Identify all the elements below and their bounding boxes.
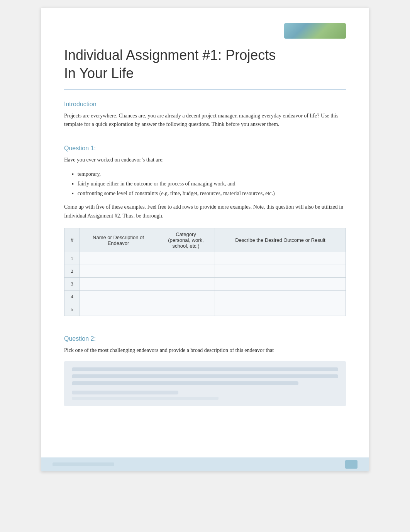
footer-text xyxy=(53,462,114,466)
bullet-icon: ■ xyxy=(72,191,74,196)
question1-heading: Question 1: xyxy=(64,145,346,152)
row-name[interactable] xyxy=(80,303,157,316)
col-header-num: # xyxy=(64,228,80,252)
list-item: ■ temporary, xyxy=(72,169,346,179)
question2-section: Question 2: Pick one of the most challen… xyxy=(64,335,346,406)
row-num: 3 xyxy=(64,278,80,291)
row-category[interactable] xyxy=(157,252,215,265)
blurred-line xyxy=(72,367,338,371)
logo-area xyxy=(64,23,346,39)
blurred-subheading xyxy=(72,391,178,394)
endeavors-table-container: # Name or Description ofEndeavor Categor… xyxy=(64,228,346,316)
institution-logo xyxy=(284,23,346,39)
bullet-icon: ■ xyxy=(72,172,74,177)
row-name[interactable] xyxy=(80,291,157,303)
footer-button[interactable] xyxy=(345,460,357,469)
question1-followup: Come up with five of these examples. Fee… xyxy=(64,203,346,220)
list-item: ■ fairly unique either in the outcome or… xyxy=(72,179,346,189)
list-item: ■ confronting some level of constraints … xyxy=(72,189,346,198)
page-title: Individual Assignment #1: Projects In Yo… xyxy=(64,46,346,83)
blurred-line xyxy=(72,374,338,378)
row-outcome[interactable] xyxy=(215,265,346,278)
row-num: 1 xyxy=(64,252,80,265)
introduction-body: Projects are everywhere. Chances are, yo… xyxy=(64,112,346,129)
table-row: 3 xyxy=(64,278,346,291)
table-row: 4 xyxy=(64,291,346,303)
question1-intro: Have you ever worked on endeavor’s that … xyxy=(64,156,346,164)
bottom-bar xyxy=(41,457,369,471)
document-page: Individual Assignment #1: Projects In Yo… xyxy=(41,8,369,471)
col-header-name: Name or Description ofEndeavor xyxy=(80,228,157,252)
bullet-text: confronting some level of constraints (e… xyxy=(78,189,275,198)
row-outcome[interactable] xyxy=(215,252,346,265)
row-name[interactable] xyxy=(80,265,157,278)
endeavors-table: # Name or Description ofEndeavor Categor… xyxy=(64,228,346,316)
title-divider xyxy=(64,89,346,90)
col-header-category: Category(personal, work,school, etc.) xyxy=(157,228,215,252)
introduction-heading: Introduction xyxy=(64,101,346,108)
row-category[interactable] xyxy=(157,265,215,278)
row-category[interactable] xyxy=(157,278,215,291)
row-num: 2 xyxy=(64,265,80,278)
row-name[interactable] xyxy=(80,252,157,265)
bullet-text: fairly unique either in the outcome or t… xyxy=(78,179,235,189)
title-line1: Individual Assignment #1: Projects xyxy=(64,47,276,63)
row-num: 4 xyxy=(64,291,80,303)
question1-section: Question 1: Have you ever worked on ende… xyxy=(64,145,346,316)
col-header-outcome: Describe the Desired Outcome or Result xyxy=(215,228,346,252)
table-row: 2 xyxy=(64,265,346,278)
blurred-subline xyxy=(72,397,219,400)
bullet-list: ■ temporary, ■ fairly unique either in t… xyxy=(64,169,346,199)
row-name[interactable] xyxy=(80,278,157,291)
table-row: 5 xyxy=(64,303,346,316)
bullet-icon: ■ xyxy=(72,181,74,187)
question2-heading: Question 2: xyxy=(64,335,346,342)
blurred-content-area xyxy=(64,361,346,406)
question2-intro: Pick one of the most challenging endeavo… xyxy=(64,346,346,355)
row-outcome[interactable] xyxy=(215,303,346,316)
table-header-row: # Name or Description ofEndeavor Categor… xyxy=(64,228,346,252)
title-line2: In Your Life xyxy=(64,65,134,81)
row-num: 5 xyxy=(64,303,80,316)
bullet-text: temporary, xyxy=(78,169,101,179)
row-outcome[interactable] xyxy=(215,291,346,303)
row-category[interactable] xyxy=(157,291,215,303)
row-category[interactable] xyxy=(157,303,215,316)
blurred-line xyxy=(72,381,298,385)
row-outcome[interactable] xyxy=(215,278,346,291)
introduction-section: Introduction Projects are everywhere. Ch… xyxy=(64,101,346,129)
table-row: 1 xyxy=(64,252,346,265)
